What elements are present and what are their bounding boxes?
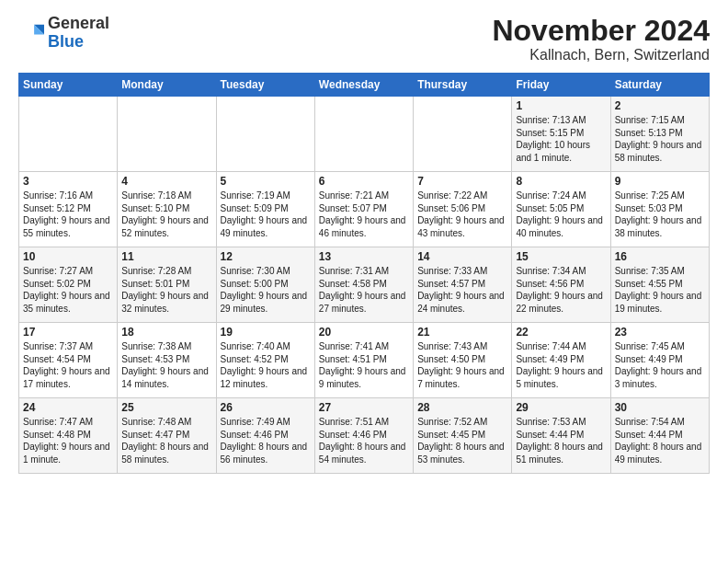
day-number: 8 bbox=[516, 175, 606, 188]
calendar-cell: 2Sunrise: 7:15 AM Sunset: 5:13 PM Daylig… bbox=[610, 97, 709, 172]
location: Kallnach, Bern, Switzerland bbox=[492, 47, 710, 63]
calendar-header: SundayMondayTuesdayWednesdayThursdayFrid… bbox=[19, 74, 710, 97]
day-info: Sunrise: 7:15 AM Sunset: 5:13 PM Dayligh… bbox=[615, 114, 705, 164]
day-info: Sunrise: 7:25 AM Sunset: 5:03 PM Dayligh… bbox=[615, 190, 705, 239]
day-info: Sunrise: 7:28 AM Sunset: 5:01 PM Dayligh… bbox=[121, 265, 211, 315]
day-number: 23 bbox=[615, 326, 705, 339]
calendar-cell: 12Sunrise: 7:30 AM Sunset: 5:00 PM Dayli… bbox=[216, 247, 314, 323]
calendar-cell: 4Sunrise: 7:18 AM Sunset: 5:10 PM Daylig… bbox=[118, 172, 216, 247]
day-number: 25 bbox=[121, 401, 211, 414]
month-title: November 2024 bbox=[492, 15, 710, 47]
day-info: Sunrise: 7:19 AM Sunset: 5:09 PM Dayligh… bbox=[221, 190, 311, 239]
header: General Blue November 2024 Kallnach, Ber… bbox=[18, 15, 710, 63]
calendar-week-1: 1Sunrise: 7:13 AM Sunset: 5:15 PM Daylig… bbox=[19, 97, 710, 172]
day-number: 28 bbox=[417, 401, 507, 414]
logo-general-text: General bbox=[48, 14, 109, 32]
day-info: Sunrise: 7:45 AM Sunset: 4:49 PM Dayligh… bbox=[615, 340, 705, 390]
day-number: 9 bbox=[615, 175, 705, 188]
calendar-table: SundayMondayTuesdayWednesdayThursdayFrid… bbox=[18, 73, 710, 474]
calendar-cell: 3Sunrise: 7:16 AM Sunset: 5:12 PM Daylig… bbox=[19, 172, 118, 247]
day-info: Sunrise: 7:27 AM Sunset: 5:02 PM Dayligh… bbox=[23, 265, 113, 315]
calendar-cell: 30Sunrise: 7:54 AM Sunset: 4:44 PM Dayli… bbox=[610, 398, 709, 474]
day-info: Sunrise: 7:44 AM Sunset: 4:49 PM Dayligh… bbox=[516, 340, 606, 390]
calendar-cell: 10Sunrise: 7:27 AM Sunset: 5:02 PM Dayli… bbox=[19, 247, 118, 323]
day-number: 1 bbox=[516, 99, 606, 112]
calendar-cell: 23Sunrise: 7:45 AM Sunset: 4:49 PM Dayli… bbox=[610, 323, 709, 398]
calendar-week-4: 17Sunrise: 7:37 AM Sunset: 4:54 PM Dayli… bbox=[19, 323, 710, 398]
day-number: 4 bbox=[121, 175, 211, 188]
day-number: 2 bbox=[615, 99, 705, 112]
day-info: Sunrise: 7:37 AM Sunset: 4:54 PM Dayligh… bbox=[23, 340, 113, 390]
weekday-header-sunday: Sunday bbox=[19, 74, 118, 97]
day-info: Sunrise: 7:30 AM Sunset: 5:00 PM Dayligh… bbox=[221, 265, 311, 315]
weekday-header-row: SundayMondayTuesdayWednesdayThursdayFrid… bbox=[19, 74, 710, 97]
calendar-week-5: 24Sunrise: 7:47 AM Sunset: 4:48 PM Dayli… bbox=[19, 398, 710, 474]
weekday-header-tuesday: Tuesday bbox=[216, 74, 314, 97]
calendar-cell: 8Sunrise: 7:24 AM Sunset: 5:05 PM Daylig… bbox=[512, 172, 610, 247]
calendar-cell: 16Sunrise: 7:35 AM Sunset: 4:55 PM Dayli… bbox=[610, 247, 709, 323]
calendar-cell: 28Sunrise: 7:52 AM Sunset: 4:45 PM Dayli… bbox=[414, 398, 512, 474]
day-info: Sunrise: 7:33 AM Sunset: 4:57 PM Dayligh… bbox=[417, 265, 507, 315]
day-number: 30 bbox=[615, 401, 705, 414]
day-number: 27 bbox=[319, 401, 409, 414]
day-info: Sunrise: 7:52 AM Sunset: 4:45 PM Dayligh… bbox=[417, 416, 507, 465]
calendar-cell bbox=[414, 97, 512, 172]
day-info: Sunrise: 7:54 AM Sunset: 4:44 PM Dayligh… bbox=[615, 416, 705, 465]
day-info: Sunrise: 7:22 AM Sunset: 5:06 PM Dayligh… bbox=[417, 190, 507, 239]
page: General Blue November 2024 Kallnach, Ber… bbox=[0, 0, 728, 563]
calendar-cell: 19Sunrise: 7:40 AM Sunset: 4:52 PM Dayli… bbox=[216, 323, 314, 398]
calendar-cell: 13Sunrise: 7:31 AM Sunset: 4:58 PM Dayli… bbox=[314, 247, 413, 323]
calendar-cell bbox=[216, 97, 314, 172]
logo-text: General Blue bbox=[48, 15, 109, 52]
day-info: Sunrise: 7:24 AM Sunset: 5:05 PM Dayligh… bbox=[516, 190, 606, 239]
calendar-cell: 6Sunrise: 7:21 AM Sunset: 5:07 PM Daylig… bbox=[314, 172, 413, 247]
calendar-cell: 15Sunrise: 7:34 AM Sunset: 4:56 PM Dayli… bbox=[512, 247, 610, 323]
day-info: Sunrise: 7:48 AM Sunset: 4:47 PM Dayligh… bbox=[121, 416, 211, 465]
calendar-cell bbox=[19, 97, 118, 172]
calendar-cell: 29Sunrise: 7:53 AM Sunset: 4:44 PM Dayli… bbox=[512, 398, 610, 474]
weekday-header-thursday: Thursday bbox=[414, 74, 512, 97]
calendar-cell bbox=[314, 97, 413, 172]
day-number: 3 bbox=[23, 175, 113, 188]
day-info: Sunrise: 7:31 AM Sunset: 4:58 PM Dayligh… bbox=[319, 265, 409, 315]
calendar-cell: 27Sunrise: 7:51 AM Sunset: 4:46 PM Dayli… bbox=[314, 398, 413, 474]
calendar-body: 1Sunrise: 7:13 AM Sunset: 5:15 PM Daylig… bbox=[19, 97, 710, 474]
calendar-week-3: 10Sunrise: 7:27 AM Sunset: 5:02 PM Dayli… bbox=[19, 247, 710, 323]
day-info: Sunrise: 7:34 AM Sunset: 4:56 PM Dayligh… bbox=[516, 265, 606, 315]
day-info: Sunrise: 7:41 AM Sunset: 4:51 PM Dayligh… bbox=[319, 340, 409, 390]
day-info: Sunrise: 7:43 AM Sunset: 4:50 PM Dayligh… bbox=[417, 340, 507, 390]
weekday-header-wednesday: Wednesday bbox=[314, 74, 413, 97]
day-number: 15 bbox=[516, 250, 606, 263]
logo: General Blue bbox=[18, 15, 109, 52]
calendar-cell: 5Sunrise: 7:19 AM Sunset: 5:09 PM Daylig… bbox=[216, 172, 314, 247]
calendar-cell: 21Sunrise: 7:43 AM Sunset: 4:50 PM Dayli… bbox=[414, 323, 512, 398]
calendar-cell: 9Sunrise: 7:25 AM Sunset: 5:03 PM Daylig… bbox=[610, 172, 709, 247]
calendar-cell: 22Sunrise: 7:44 AM Sunset: 4:49 PM Dayli… bbox=[512, 323, 610, 398]
day-number: 29 bbox=[516, 401, 606, 414]
day-info: Sunrise: 7:35 AM Sunset: 4:55 PM Dayligh… bbox=[615, 265, 705, 315]
calendar-cell: 11Sunrise: 7:28 AM Sunset: 5:01 PM Dayli… bbox=[118, 247, 216, 323]
day-number: 10 bbox=[23, 250, 113, 263]
calendar-cell: 24Sunrise: 7:47 AM Sunset: 4:48 PM Dayli… bbox=[19, 398, 118, 474]
calendar-cell: 17Sunrise: 7:37 AM Sunset: 4:54 PM Dayli… bbox=[19, 323, 118, 398]
day-info: Sunrise: 7:40 AM Sunset: 4:52 PM Dayligh… bbox=[221, 340, 311, 390]
day-number: 16 bbox=[615, 250, 705, 263]
day-info: Sunrise: 7:49 AM Sunset: 4:46 PM Dayligh… bbox=[221, 416, 311, 465]
day-number: 11 bbox=[121, 250, 211, 263]
logo-blue-text: Blue bbox=[48, 32, 84, 51]
calendar-cell: 7Sunrise: 7:22 AM Sunset: 5:06 PM Daylig… bbox=[414, 172, 512, 247]
calendar-cell: 1Sunrise: 7:13 AM Sunset: 5:15 PM Daylig… bbox=[512, 97, 610, 172]
day-number: 26 bbox=[221, 401, 311, 414]
day-number: 20 bbox=[319, 326, 409, 339]
day-number: 12 bbox=[221, 250, 311, 263]
day-info: Sunrise: 7:18 AM Sunset: 5:10 PM Dayligh… bbox=[121, 190, 211, 239]
calendar-cell: 14Sunrise: 7:33 AM Sunset: 4:57 PM Dayli… bbox=[414, 247, 512, 323]
weekday-header-saturday: Saturday bbox=[610, 74, 709, 97]
calendar-cell bbox=[118, 97, 216, 172]
calendar-week-2: 3Sunrise: 7:16 AM Sunset: 5:12 PM Daylig… bbox=[19, 172, 710, 247]
calendar-cell: 18Sunrise: 7:38 AM Sunset: 4:53 PM Dayli… bbox=[118, 323, 216, 398]
day-number: 17 bbox=[23, 326, 113, 339]
calendar-cell: 25Sunrise: 7:48 AM Sunset: 4:47 PM Dayli… bbox=[118, 398, 216, 474]
weekday-header-friday: Friday bbox=[512, 74, 610, 97]
day-number: 21 bbox=[417, 326, 507, 339]
